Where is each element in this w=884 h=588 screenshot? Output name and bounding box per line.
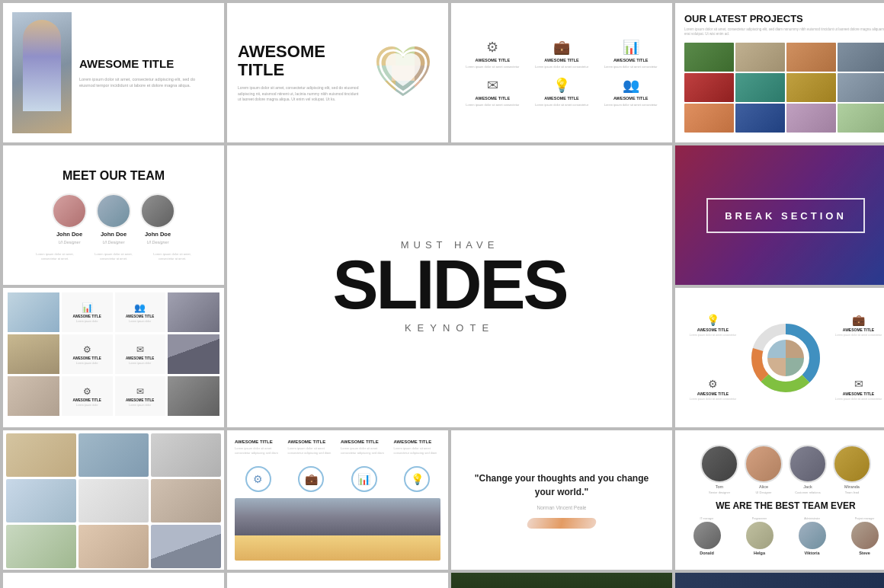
- mm-5: [78, 479, 149, 522]
- body-text: Lorem ipsum dolor sit amet, consectetur …: [238, 85, 360, 103]
- mgr-2: Programmer Helga: [735, 517, 783, 555]
- donut-tl: 💡 AWESOME TITLE Lorem ipsum dolor sit am…: [683, 296, 743, 356]
- mgr-1: IT manager Donald: [683, 517, 731, 555]
- photo-mosaic: [684, 43, 884, 133]
- icon-desc: Lorem ipsum dolor sit amet consectetur: [466, 65, 519, 69]
- slide-icons-grid: ⚙ AWESOME TITLE Lorem ipsum dolor sit am…: [451, 3, 672, 142]
- avatar-2: [96, 193, 131, 228]
- col-title-4: AWESOME TITLE: [394, 439, 441, 444]
- slide-big-title: AWESOMETITLE Lorem ipsum dolor sit amet,…: [227, 3, 448, 142]
- icon-item-5: 💡 AWESOME TITLE Lorem ipsum dolor sit am…: [531, 77, 593, 107]
- mosaic-item-12: [838, 104, 884, 133]
- icon-item-2: 💼 AWESOME TITLE Lorem ipsum dolor sit am…: [531, 39, 593, 69]
- photo-br: [168, 376, 219, 416]
- col-desc-3: Lorem ipsum dolor sit amet consectetur a…: [341, 446, 388, 455]
- four-col-text: AWESOME TITLE Lorem ipsum dolor sit amet…: [235, 439, 440, 455]
- mgr-role-4: Project manager: [855, 517, 875, 520]
- photo-tl: [8, 292, 59, 332]
- avatar-3: [140, 193, 175, 228]
- team-avatar-1: Tom Senior designer: [700, 445, 738, 494]
- quote-text: "Change your thoughts and you change you…: [466, 471, 657, 499]
- icon-title: AWESOME TITLE: [476, 58, 511, 62]
- briefcase2-icon: 💼: [852, 314, 865, 326]
- icon-cell-4: ✉ AWESOME TITLE Lorem ipsum dolor: [115, 334, 166, 374]
- briefcase-icon: 💼: [553, 39, 570, 56]
- col-title-1: AWESOME TITLE: [235, 439, 282, 444]
- chart-bar-icon: 📊: [82, 302, 93, 313]
- member-role-2: UI Designer: [102, 240, 124, 244]
- mgr-role-2: Programmer: [752, 517, 767, 520]
- col-4: AWESOME TITLE Lorem ipsum dolor sit amet…: [394, 439, 441, 455]
- d-title-3: AWESOME TITLE: [697, 391, 729, 396]
- avatar-1: [52, 193, 87, 228]
- mosaic-item-8: [838, 73, 884, 102]
- gear-icon: ⚙: [486, 39, 498, 56]
- slide-photo: [12, 12, 72, 133]
- mgr-avatar-1: [693, 522, 721, 549]
- d-title-1: AWESOME TITLE: [697, 328, 729, 332]
- mgr-name-1: Donald: [700, 551, 714, 555]
- icons-container: ⚙ AWESOME TITLE Lorem ipsum dolor sit am…: [462, 39, 661, 106]
- member-3: John Doe UI Designer: [140, 193, 175, 244]
- icon-d5: Lorem ipsum dolor: [76, 404, 98, 407]
- member-name-2: John Doe: [101, 231, 127, 238]
- break-label: BREAK SECTION: [725, 210, 847, 222]
- mm-2: [78, 433, 149, 477]
- slide-break-section: BREAK SECTION: [675, 145, 884, 285]
- icon-cell-2: 👥 AWESOME TITLE Lorem ipsum dolor: [115, 292, 166, 332]
- donut-br: ✉ AWESOME TITLE Lorem ipsum dolor sit am…: [828, 360, 884, 420]
- col-3: AWESOME TITLE Lorem ipsum dolor sit amet…: [341, 439, 388, 455]
- icon-t5: AWESOME TITLE: [73, 398, 101, 402]
- icon-title: AWESOME TITLE: [544, 58, 579, 62]
- mm-3: [151, 433, 221, 477]
- mosaic-item-6: [735, 73, 785, 102]
- mgr-name-3: Viktoria: [804, 551, 819, 555]
- desc-1: Lorem ipsum dolor sit amet, consectetur …: [30, 252, 80, 260]
- road-photo: [235, 498, 440, 561]
- icon-title: AWESOME TITLE: [544, 96, 579, 101]
- member-2: John Doe UI Designer: [96, 193, 131, 244]
- col-desc-4: Lorem ipsum dolor sit amet consectetur a…: [394, 446, 441, 455]
- icon-d4: Lorem ipsum dolor: [129, 362, 151, 365]
- icon-d6: Lorem ipsum dolor: [129, 404, 151, 407]
- icon-d2: Lorem ipsum dolor: [129, 320, 151, 323]
- d-title-4: AWESOME TITLE: [843, 391, 874, 396]
- bulb2-icon: 💡: [706, 314, 719, 326]
- slide-four-columns: AWESOME TITLE Lorem ipsum dolor sit amet…: [227, 430, 448, 570]
- ta-name-4: Miranda: [844, 484, 860, 489]
- mm-8: [78, 525, 149, 568]
- icon-t6: AWESOME TITLE: [126, 398, 154, 402]
- col-1: AWESOME TITLE Lorem ipsum dolor sit amet…: [235, 439, 282, 455]
- icon-cell-3: ⚙ AWESOME TITLE Lorem ipsum dolor: [62, 334, 113, 374]
- inner-photo-grid: 📊 AWESOME TITLE Lorem ipsum dolor 👥 AWES…: [8, 292, 219, 423]
- circle-icon-2: 💼: [288, 466, 335, 492]
- ta-name-2: Alice: [759, 484, 768, 489]
- icon-desc: Lorem ipsum dolor sit amet consectetur: [535, 65, 588, 69]
- ta-role-2: UI Designer: [755, 491, 771, 494]
- circle-2: 💼: [298, 466, 324, 492]
- mm-1: [6, 433, 76, 477]
- svg-rect-8: [415, 81, 430, 96]
- chart-icon: 📊: [623, 39, 639, 56]
- member-name-1: John Doe: [56, 231, 82, 238]
- svg-rect-15: [786, 340, 804, 358]
- d-desc-2: Lorem ipsum dolor sit amet consectetur: [835, 334, 882, 337]
- icon-item-6: 👥 AWESOME TITLE Lorem ipsum dolor sit am…: [600, 77, 661, 107]
- col-title-2: AWESOME TITLE: [288, 439, 335, 444]
- circle-4: 💡: [404, 466, 430, 492]
- icon-item-3: 📊 AWESOME TITLE Lorem ipsum dolor sit am…: [600, 39, 661, 69]
- team-avatar-2: Alice UI Designer: [745, 445, 783, 494]
- ta-role-1: Senior designer: [709, 491, 730, 494]
- col-2: AWESOME TITLE Lorem ipsum dolor sit amet…: [288, 439, 335, 455]
- member-1: John Doe UI Designer: [52, 193, 87, 244]
- icon-desc: Lorem ipsum dolor sit amet consectetur: [604, 65, 658, 69]
- gear3-icon: ⚙: [83, 386, 91, 397]
- ta-role-3: Customer relations: [795, 491, 821, 494]
- slide-our-history: OUR HISTORY 2001 Lorem ipsum dolor sit a…: [227, 573, 448, 588]
- circle-icon-3: 📊: [341, 466, 388, 492]
- d-desc-4: Lorem ipsum dolor sit amet consectetur: [835, 398, 882, 401]
- mm-4: [6, 479, 76, 522]
- slide-quote: "Change your thoughts and you change you…: [451, 430, 672, 570]
- icon-d3: Lorem ipsum dolor: [76, 362, 98, 365]
- icon-t2: AWESOME TITLE: [126, 315, 154, 318]
